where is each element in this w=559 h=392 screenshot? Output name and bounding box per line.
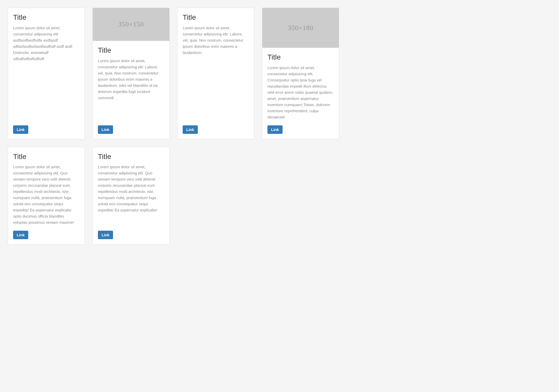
card-row-1: Title Lorem ipsum dolor sit amet, consec…: [8, 8, 551, 139]
card-row-2: Title Lorem ipsum dolor sit amet, consec…: [8, 147, 551, 245]
link-button[interactable]: Link: [183, 125, 198, 134]
card-body: Title Lorem ipsum dolor sit amet, consec…: [8, 147, 85, 231]
card-body: Title Lorem ipsum dolor sit amet, consec…: [262, 48, 339, 125]
card-footer: Link: [8, 125, 85, 139]
card-text: Lorem ipsum dolor sit amet, consectetur …: [13, 25, 79, 120]
card-title: Title: [267, 53, 334, 62]
card-body: Title Lorem ipsum dolor sit amet, consec…: [93, 41, 169, 125]
card-title: Title: [183, 13, 249, 22]
link-button[interactable]: Link: [13, 231, 28, 239]
card-title: Title: [98, 46, 164, 55]
link-button[interactable]: Link: [13, 125, 28, 134]
card-text: Lorem ipsum dolor sit amet, consectetur …: [183, 25, 249, 120]
card-text: Lorem ipsum dolor sit amet, consectetur …: [98, 164, 164, 226]
placeholder-image: 350×180: [262, 8, 339, 48]
card: Title Lorem ipsum dolor sit amet, consec…: [8, 147, 85, 245]
card-footer: Link: [93, 125, 169, 139]
card-body: Title Lorem ipsum dolor sit amet, consec…: [8, 8, 85, 125]
link-button[interactable]: Link: [98, 231, 113, 239]
card-footer: Link: [262, 125, 339, 139]
card-text: Lorem ipsum dolor sit amet, consectetur …: [267, 65, 334, 120]
card-title: Title: [13, 152, 79, 161]
card-footer: Link: [8, 231, 85, 244]
card-title: Title: [98, 152, 164, 161]
card-footer: Link: [93, 231, 169, 244]
placeholder-image: 350×150: [93, 8, 169, 41]
link-button[interactable]: Link: [267, 125, 283, 134]
card: Title Lorem ipsum dolor sit amet, consec…: [177, 8, 254, 139]
card: Title Lorem ipsum dolor sit amet, consec…: [8, 8, 85, 139]
card-text: Lorem ipsum dolor sit amet, consectetur …: [98, 58, 164, 120]
card-title: Title: [13, 13, 79, 22]
card: 350×150 Title Lorem ipsum dolor sit amet…: [92, 8, 170, 139]
card-footer: Link: [178, 125, 254, 139]
card-body: Title Lorem ipsum dolor sit amet, consec…: [93, 147, 169, 231]
card: 350×180 Title Lorem ipsum dolor sit amet…: [262, 8, 339, 139]
card-body: Title Lorem ipsum dolor sit amet, consec…: [178, 8, 254, 125]
link-button[interactable]: Link: [98, 125, 113, 134]
card-text: Lorem ipsum dolor sit amet, consectetur …: [13, 164, 79, 226]
card: Title Lorem ipsum dolor sit amet, consec…: [92, 147, 170, 245]
